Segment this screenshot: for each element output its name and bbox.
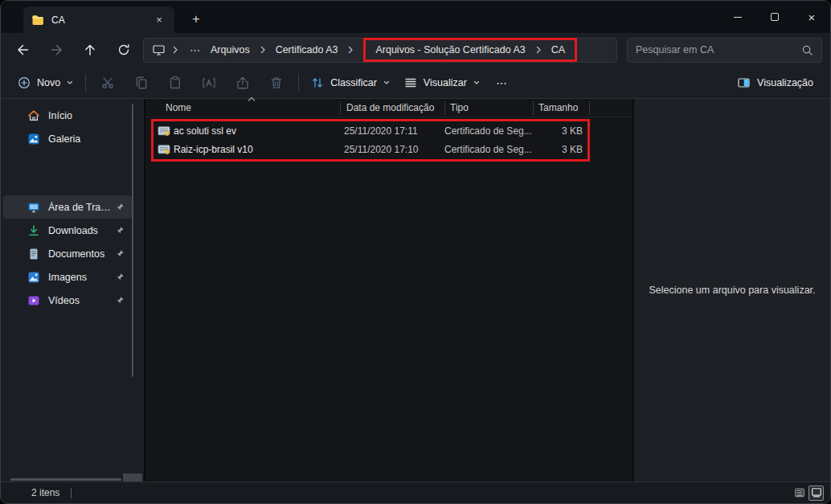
certificate-file-icon (158, 143, 170, 156)
copy-icon (134, 76, 149, 90)
file-modified: 25/11/2020 17:10 (344, 144, 419, 155)
folder-icon (31, 14, 44, 27)
sidebar-item-galeria[interactable]: Galeria (3, 127, 133, 150)
sidebar: Início Galeria Área de Trabalho (1, 99, 144, 481)
documents-icon (27, 248, 40, 260)
command-bar: Novo Classificar (1, 67, 830, 99)
new-button[interactable]: Novo (10, 71, 80, 95)
chevron-down-icon (383, 80, 390, 86)
search-input[interactable] (636, 44, 801, 55)
breadcrumb-overflow-button[interactable]: ⋯ (190, 44, 201, 56)
sidebar-item-label: Downloads (48, 225, 115, 236)
rename-icon (202, 76, 216, 90)
file-row-ac-soluti[interactable]: ac soluti ssl ev 25/11/2020 17:11 Certif… (154, 121, 587, 141)
sidebar-item-inicio[interactable]: Início (3, 104, 133, 127)
file-type: Certificado de Seg... (444, 125, 532, 137)
sidebar-gap (1, 150, 144, 195)
minimize-button[interactable] (719, 1, 756, 33)
sidebar-item-videos[interactable]: Vídeos (3, 289, 133, 312)
view-button[interactable]: Visualizar (397, 71, 487, 95)
sidebar-item-downloads[interactable]: Downloads (3, 219, 133, 242)
sidebar-vertical-scrollbar[interactable] (132, 104, 133, 377)
home-icon (27, 109, 40, 122)
pin-icon (115, 226, 125, 236)
trash-icon (269, 76, 284, 90)
cut-icon (100, 76, 115, 90)
paste-button[interactable] (158, 69, 192, 96)
navigation-bar: ⋯ Arquivos Certificado A3 Arquivos - Sol… (1, 33, 830, 67)
address-bar[interactable]: ⋯ Arquivos Certificado A3 Arquivos - Sol… (143, 38, 617, 63)
paste-icon (168, 76, 182, 90)
sidebar-item-label: Vídeos (48, 295, 115, 306)
sidebar-horizontal-scrollbar[interactable] (10, 478, 121, 481)
up-button[interactable] (73, 36, 107, 64)
breadcrumb-segment-solucao[interactable]: Arquivos - Solução Certificado A3 (372, 44, 528, 55)
breadcrumb-segment-arquivos[interactable]: Arquivos (207, 44, 253, 55)
sidebar-item-label: Início (48, 110, 125, 121)
gallery-icon (27, 133, 40, 145)
maximize-button[interactable] (756, 1, 793, 33)
column-header-nome[interactable]: Nome (166, 102, 191, 113)
status-bar: 2 itens (1, 481, 830, 503)
sidebar-item-label: Galeria (48, 133, 125, 145)
preview-toggle-label: Visualização (757, 77, 813, 88)
column-header-data[interactable]: Data de modificação (346, 102, 434, 113)
chevron-right-icon (171, 46, 179, 54)
certificate-file-icon (158, 125, 170, 137)
window-controls: × (719, 1, 830, 33)
sidebar-item-documentos[interactable]: Documentos (3, 242, 133, 265)
file-name: ac soluti ssl ev (174, 125, 236, 137)
column-header-row: Nome Data de modificação Tipo Tamanho (145, 99, 632, 117)
breadcrumb-segment-certificado-a3[interactable]: Certificado A3 (272, 44, 342, 55)
delete-button[interactable] (260, 69, 293, 96)
file-type: Certificado de Seg... (444, 144, 532, 155)
details-view-icon (794, 487, 805, 498)
cut-button[interactable] (91, 69, 125, 96)
desktop-icon (27, 201, 40, 214)
share-button[interactable] (226, 69, 260, 96)
annotation-red-box-files: ac soluti ssl ev 25/11/2020 17:11 Certif… (151, 119, 590, 162)
sort-arrows-icon (311, 76, 324, 89)
sidebar-item-imagens[interactable]: Imagens (3, 265, 133, 289)
explorer-tab[interactable]: CA × (23, 6, 174, 33)
preview-toggle-button[interactable]: Visualização (730, 71, 821, 95)
close-button[interactable]: × (793, 1, 830, 33)
column-header-tipo[interactable]: Tipo (450, 102, 469, 113)
details-view-button[interactable] (792, 486, 807, 501)
new-tab-button[interactable]: + (186, 9, 207, 30)
breadcrumb-segment-ca[interactable]: CA (548, 44, 568, 55)
thumbnail-view-button[interactable] (808, 486, 824, 501)
file-name: Raiz-icp-brasil v10 (174, 144, 253, 155)
back-button[interactable] (6, 36, 39, 64)
sort-button[interactable]: Classificar (304, 71, 397, 95)
up-icon (84, 43, 96, 56)
search-box (627, 38, 822, 63)
chevron-right-icon (346, 46, 354, 54)
status-separator (71, 488, 72, 498)
tab-close-button[interactable]: × (152, 13, 166, 27)
column-separator[interactable] (533, 101, 534, 115)
column-separator[interactable] (589, 101, 590, 115)
sort-button-label: Classificar (330, 77, 377, 88)
preview-empty-message: Selecione um arquivo para visualizar. (649, 285, 815, 296)
column-header-tamanho[interactable]: Tamanho (538, 102, 578, 113)
more-options-button[interactable]: ⋯ (487, 69, 518, 96)
refresh-button[interactable] (107, 36, 141, 64)
pin-icon (115, 272, 125, 282)
rename-button[interactable] (192, 69, 226, 96)
sidebar-item-area-de-trabalho[interactable]: Área de Trabalho (3, 195, 133, 219)
thumbnail-view-icon (811, 487, 822, 498)
file-row-raiz-icp-brasil[interactable]: Raiz-icp-brasil v10 25/11/2020 17:10 Cer… (154, 141, 587, 160)
minimize-icon (734, 17, 742, 18)
title-bar: CA × + × (1, 1, 830, 33)
annotation-red-box-breadcrumb: Arquivos - Solução Certificado A3 CA (363, 38, 577, 62)
forward-button[interactable] (39, 36, 73, 64)
pin-icon (115, 203, 125, 212)
column-separator[interactable] (340, 101, 341, 115)
pictures-icon (27, 271, 40, 284)
file-size: 3 KB (526, 144, 583, 155)
sidebar-item-label: Área de Trabalho (48, 202, 115, 213)
copy-button[interactable] (125, 69, 158, 96)
column-separator[interactable] (444, 101, 445, 115)
main-area: Início Galeria Área de Trabalho (1, 99, 830, 481)
